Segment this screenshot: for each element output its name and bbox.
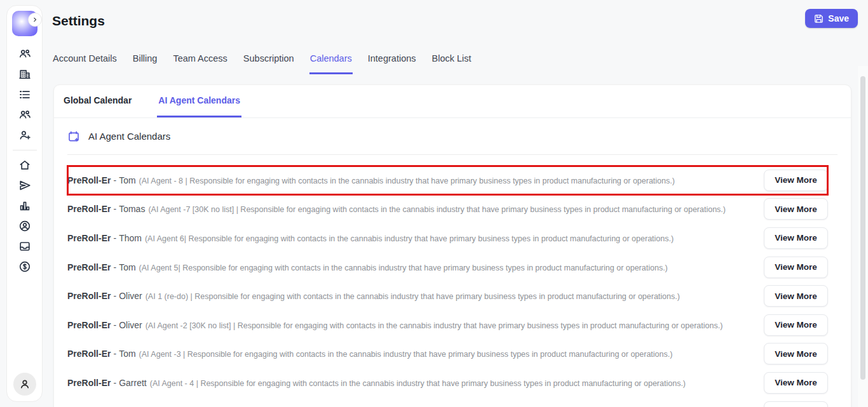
sidebar-item-business[interactable]	[18, 64, 31, 84]
dash-separator: -	[113, 291, 116, 301]
calendar-description: (AI Agent -2 [30K no list] | Responsible…	[146, 321, 723, 330]
scrollbar-thumb[interactable]	[860, 76, 865, 380]
table-row-partial	[67, 397, 828, 407]
user-avatar[interactable]	[13, 373, 36, 396]
section-header: AI Agent Calendars	[54, 118, 851, 154]
calendars-panel: Global Calendar AI Agent Calendars AI Ag…	[53, 84, 851, 407]
team-icon	[18, 109, 31, 121]
settings-tab[interactable]: Calendars	[309, 53, 353, 74]
save-button[interactable]: Save	[805, 9, 858, 28]
sidebar-item-inbox[interactable]	[18, 236, 31, 257]
sidebar-nav	[18, 44, 31, 145]
calendar-rows: PreRoll-Er-Tom(AI Agent - 8 | Responsibl…	[67, 166, 828, 397]
calendar-description: (AI Agent - 4 | Responsible for engaging…	[150, 379, 686, 388]
sidebar-item-add-person[interactable]	[18, 125, 31, 145]
calendar-name: Tom	[119, 349, 135, 359]
table-row: PreRoll-Er-Oliver(AI 1 (re-do) | Respons…	[67, 281, 828, 310]
calendar-row-text: PreRoll-Er-Thom(AI Agent 6| Responsible …	[67, 233, 756, 243]
calendar-name: Oliver	[119, 320, 142, 330]
table-row: PreRoll-Er-Tom(AI Agent 5| Responsible f…	[67, 253, 828, 282]
view-more-button[interactable]: View More	[764, 314, 828, 336]
business-icon	[18, 68, 31, 81]
settings-tab[interactable]: Integrations	[367, 53, 417, 74]
dash-separator: -	[113, 233, 116, 243]
calendar-subtab[interactable]: Global Calendar	[62, 85, 133, 117]
sidebar-item-home[interactable]	[18, 155, 31, 175]
sidebar-divider	[13, 150, 37, 150]
calendar-name: Tom	[119, 262, 135, 272]
dash-separator: -	[113, 262, 116, 272]
dollar-icon	[18, 260, 31, 273]
list-icon	[18, 88, 31, 101]
calendar-description: (AI Agent -7 [30K no list] | Responsible…	[148, 205, 726, 214]
view-more-button[interactable]: View More	[764, 285, 828, 307]
home-icon	[18, 159, 31, 171]
inbox-icon	[18, 240, 31, 253]
view-more-button[interactable]: View More	[764, 257, 828, 278]
settings-tab[interactable]: Team Access	[172, 53, 227, 74]
view-more-button[interactable]: View More	[764, 343, 828, 364]
table-row: PreRoll-Er-Tomas(AI Agent -7 [30K no lis…	[67, 195, 828, 224]
view-more-button[interactable]: View More	[764, 372, 828, 394]
view-more-button[interactable]: View More	[764, 198, 828, 220]
calendar-subtabs: Global Calendar AI Agent Calendars	[54, 85, 851, 118]
dash-separator: -	[113, 349, 116, 359]
calendar-description: (AI Agent 6| Responsible for engaging wi…	[145, 234, 674, 243]
view-more-button[interactable]: View More	[764, 227, 828, 249]
calendar-name: Garrett	[119, 378, 147, 388]
sidebar	[6, 5, 43, 402]
table-row: PreRoll-Er-Oliver(AI Agent -2 [30K no li…	[67, 310, 828, 340]
settings-tab[interactable]: Billing	[132, 53, 158, 74]
settings-tab[interactable]: Subscription	[243, 53, 295, 74]
calendar-brand: PreRoll-Er	[67, 349, 111, 359]
calendar-row-text: PreRoll-Er-Tom(AI Agent -3 | Responsible…	[67, 349, 756, 359]
table-row: PreRoll-Er-Thom(AI Agent 6| Responsible …	[67, 224, 828, 253]
calendar-name: Tom	[119, 175, 135, 185]
sidebar-collapse-button[interactable]	[28, 13, 42, 27]
calendar-row-text: PreRoll-Er-Oliver(AI 1 (re-do) | Respons…	[67, 291, 756, 301]
calendar-brand: PreRoll-Er	[67, 233, 111, 243]
calendar-row-text: PreRoll-Er-Tom(AI Agent 5| Responsible f…	[67, 262, 756, 272]
sidebar-item-campaigns[interactable]	[18, 175, 31, 196]
calendar-description: (AI 1 (re-do) | Responsible for engaging…	[146, 292, 680, 301]
calendar-brand: PreRoll-Er	[67, 204, 111, 214]
calendar-list: PreRoll-Er-Tom(AI Agent - 8 | Responsibl…	[54, 155, 851, 407]
view-more-button[interactable]: View More	[764, 170, 828, 191]
dash-separator: -	[113, 320, 116, 330]
calendar-row-text: PreRoll-Er-Oliver(AI Agent -2 [30K no li…	[67, 320, 756, 330]
bar-chart-icon	[18, 199, 31, 212]
send-icon	[18, 179, 31, 192]
dash-separator: -	[113, 204, 116, 214]
dash-separator: -	[113, 175, 116, 185]
sidebar-item-payments[interactable]	[18, 257, 31, 277]
calendar-description: (AI Agent -3 | Responsible for engaging …	[139, 350, 673, 359]
dash-separator: -	[113, 378, 116, 388]
calendar-name: Tomas	[119, 204, 145, 214]
calendar-brand: PreRoll-Er	[67, 378, 111, 388]
sidebar-item-account[interactable]	[18, 216, 31, 236]
save-icon	[814, 14, 824, 23]
sidebar-item-reports[interactable]	[18, 196, 31, 216]
calendar-name: Oliver	[119, 291, 142, 301]
table-row: PreRoll-Er-Garrett(AI Agent - 4 | Respon…	[67, 368, 828, 397]
settings-tab[interactable]: Account Details	[52, 53, 118, 74]
calendar-row-text: PreRoll-Er-Tom(AI Agent - 8 | Responsibl…	[67, 175, 756, 185]
person-add-icon	[18, 129, 31, 142]
user-icon	[18, 378, 31, 390]
chevron-right-icon	[31, 16, 39, 23]
sidebar-item-contacts[interactable]	[18, 44, 31, 64]
calendar-row-text: PreRoll-Er-Garrett(AI Agent - 4 | Respon…	[67, 378, 756, 388]
sidebar-item-team[interactable]	[18, 105, 31, 125]
save-label: Save	[828, 13, 849, 23]
settings-tabs: Account Details Billing Team Access Subs…	[52, 53, 472, 74]
section-title: AI Agent Calendars	[88, 131, 170, 142]
sidebar-item-lists[interactable]	[18, 84, 31, 105]
calendar-name: Thom	[119, 233, 142, 243]
settings-tab[interactable]: Block List	[431, 53, 472, 74]
contacts-icon	[18, 48, 31, 60]
calendar-brand: PreRoll-Er	[67, 291, 111, 301]
calendar-brand: PreRoll-Er	[67, 320, 111, 330]
view-more-button[interactable]	[764, 401, 828, 407]
calendar-subtab[interactable]: AI Agent Calendars	[157, 85, 241, 117]
calendar-brand: PreRoll-Er	[67, 262, 111, 272]
